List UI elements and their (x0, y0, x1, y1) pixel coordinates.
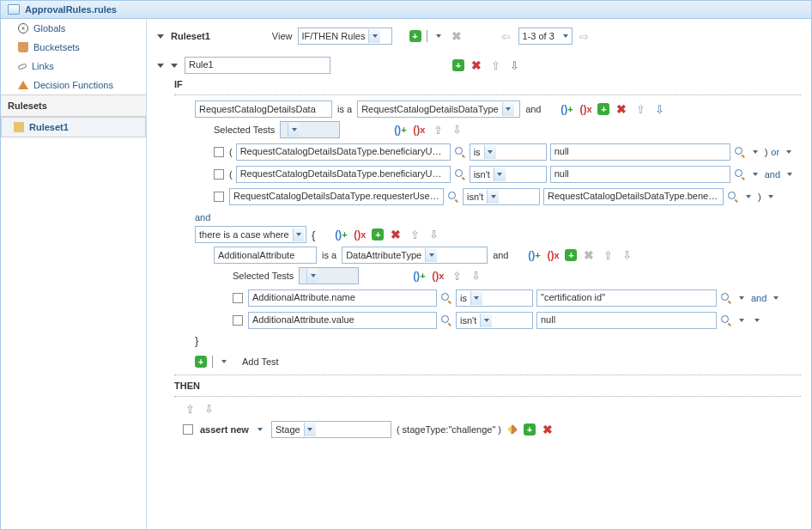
search-icon[interactable] (440, 292, 452, 304)
search-icon[interactable] (454, 146, 466, 158)
action-checkbox[interactable] (183, 424, 193, 435)
delete-icon[interactable]: ✖ (541, 423, 554, 436)
move-up-icon[interactable]: ⇧ (408, 228, 421, 241)
rhs-input[interactable]: RequestCatalogDetailsDataType.beneficiar… (543, 188, 724, 205)
paren-right-icon[interactable]: ()x (431, 269, 445, 283)
add-icon[interactable]: + (565, 249, 577, 261)
search-icon[interactable] (734, 168, 746, 180)
sidebar-item-globals[interactable]: x Globals (1, 19, 146, 38)
lhs-input[interactable]: AdditionalAttribute.name (248, 289, 437, 307)
sidebar-item-bucketsets[interactable]: Bucketsets (1, 38, 146, 57)
paren-right-icon[interactable]: ()x (579, 102, 592, 116)
paren-left-icon[interactable]: ()+ (527, 248, 541, 262)
move-up-icon[interactable]: ⇧ (431, 123, 445, 137)
move-down-icon[interactable]: ⇧ (469, 269, 482, 283)
search-icon[interactable] (727, 191, 739, 203)
search-icon[interactable] (734, 146, 746, 158)
delete-icon[interactable]: ✖ (389, 228, 403, 241)
delete-icon[interactable]: ✖ (615, 102, 628, 116)
condition-checkbox[interactable] (214, 192, 224, 202)
and-link[interactable]: and (195, 212, 210, 222)
rhs-input[interactable]: "certification id" (536, 289, 717, 307)
view-dropdown[interactable]: IF/THEN Rules (298, 27, 392, 45)
next-icon[interactable]: ⇨ (578, 29, 591, 43)
join-menu-arrow[interactable] (765, 193, 777, 200)
rule-name-input[interactable]: Rule1 (185, 57, 330, 74)
join-menu-arrow[interactable] (783, 149, 795, 155)
condition-checkbox[interactable] (233, 293, 243, 303)
rhs-menu-arrow[interactable] (736, 295, 748, 302)
rhs-menu-arrow[interactable] (736, 317, 748, 324)
move-down-icon[interactable]: ⇩ (652, 102, 666, 116)
paren-right-icon[interactable]: ()x (353, 228, 367, 241)
condition-checkbox[interactable] (233, 315, 243, 326)
rhs-menu-arrow[interactable] (742, 193, 754, 200)
operator-dropdown[interactable]: isn't (456, 312, 533, 329)
add-icon[interactable]: + (372, 228, 384, 241)
condition-checkbox[interactable] (214, 147, 224, 157)
add-icon[interactable]: + (409, 30, 421, 42)
edit-icon[interactable] (507, 424, 518, 435)
move-down-icon[interactable]: ⇧ (427, 228, 440, 241)
operator-dropdown[interactable]: isn't (463, 188, 540, 205)
join-link[interactable]: and (751, 293, 767, 303)
search-icon[interactable] (447, 191, 459, 203)
rhs-input[interactable]: null (536, 312, 717, 329)
paren-right-icon[interactable]: ()x (546, 248, 560, 262)
paren-left-icon[interactable]: ()+ (560, 102, 573, 116)
move-up-icon[interactable]: ⇧ (450, 269, 464, 283)
paren-left-icon[interactable]: ()+ (412, 269, 426, 283)
sidebar-item-links[interactable]: Links (1, 57, 146, 76)
rhs-input[interactable]: null (550, 143, 730, 161)
paren-left-icon[interactable]: ()+ (393, 123, 407, 137)
add-menu-arrow[interactable] (218, 358, 230, 365)
selected-tests-dropdown[interactable] (299, 267, 359, 284)
join-menu-arrow[interactable] (770, 295, 782, 302)
delete-icon[interactable]: ✖ (582, 248, 596, 262)
chevron-down-icon[interactable] (157, 64, 164, 68)
search-icon[interactable] (454, 168, 466, 180)
join-link[interactable]: and (765, 169, 780, 180)
join-menu-arrow[interactable] (784, 171, 796, 178)
add-icon[interactable]: + (597, 103, 609, 115)
sidebar-item-decision-functions[interactable]: Decision Functions (1, 76, 146, 94)
move-down-icon[interactable]: ⇧ (620, 248, 633, 262)
page-info[interactable]: 1-3 of 3 (518, 27, 573, 45)
move-up-icon[interactable]: ⇧ (488, 58, 502, 72)
action-menu-arrow[interactable] (254, 426, 266, 433)
move-down-icon[interactable]: ⇧ (202, 402, 215, 416)
chevron-down-icon[interactable] (171, 64, 178, 68)
move-up-icon[interactable]: ⇧ (601, 248, 615, 262)
paren-left-icon[interactable]: ()+ (334, 228, 348, 241)
inner-subject-dropdown[interactable]: AdditionalAttribute (214, 247, 317, 264)
rhs-menu-arrow[interactable] (749, 171, 761, 178)
add-icon[interactable]: + (524, 423, 536, 436)
delete-icon[interactable]: ✖ (450, 29, 464, 43)
case-where-dropdown[interactable]: there is a case where (195, 226, 306, 243)
move-up-icon[interactable]: ⇧ (633, 102, 647, 116)
operator-dropdown[interactable]: is (456, 289, 533, 307)
operator-dropdown[interactable]: is (470, 143, 547, 161)
type-dropdown[interactable]: RequestCatalogDetailsDataType (357, 101, 520, 118)
action-target-dropdown[interactable]: Stage (271, 421, 391, 438)
search-icon[interactable] (720, 292, 732, 304)
lhs-input[interactable]: RequestCatalogDetailsDataType.beneficiar… (236, 166, 451, 183)
move-up-icon[interactable]: ⇧ (183, 402, 197, 416)
prev-icon[interactable]: ⇦ (500, 29, 513, 43)
join-link[interactable]: or (771, 147, 779, 157)
delete-icon[interactable]: ✖ (470, 58, 483, 72)
sidebar-item-ruleset1[interactable]: Ruleset1 (1, 117, 146, 137)
subject-dropdown[interactable]: RequestCatalogDetailsData (195, 101, 332, 118)
move-down-icon[interactable]: ⇧ (450, 123, 464, 137)
condition-checkbox[interactable] (214, 169, 224, 180)
operator-dropdown[interactable]: isn't (470, 166, 547, 183)
search-icon[interactable] (720, 314, 732, 326)
add-icon[interactable]: + (452, 59, 464, 71)
lhs-input[interactable]: RequestCatalogDetailsDataType.beneficiar… (236, 143, 451, 161)
search-icon[interactable] (440, 314, 452, 326)
lhs-input[interactable]: AdditionalAttribute.value (248, 312, 437, 329)
selected-tests-dropdown[interactable] (280, 121, 340, 138)
paren-right-icon[interactable]: ()x (412, 123, 426, 137)
add-menu-arrow[interactable] (433, 33, 445, 40)
move-down-icon[interactable]: ⇩ (507, 58, 521, 72)
